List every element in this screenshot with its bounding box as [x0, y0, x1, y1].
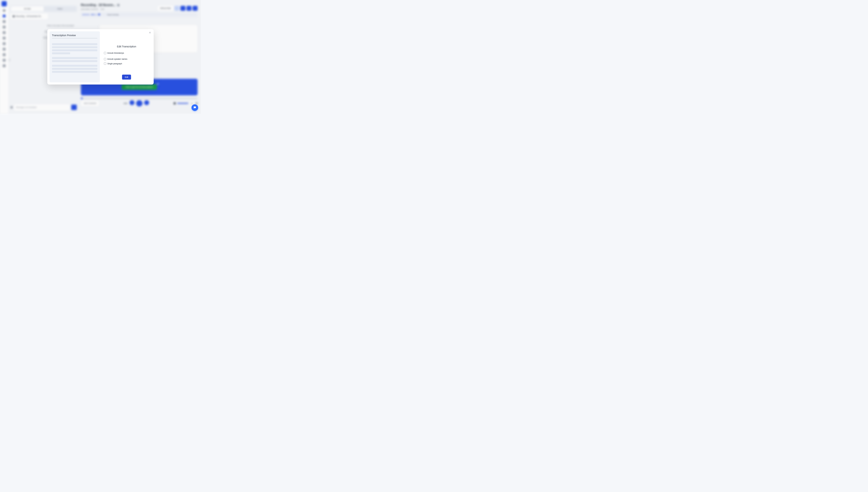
skeleton-paragraph [52, 43, 97, 54]
preview-panel: Transcription Preview [49, 31, 100, 82]
checkbox-icon [104, 58, 106, 60]
preview-title: Transcription Preview [52, 34, 97, 38]
skeleton-paragraph [52, 57, 97, 62]
close-button[interactable] [149, 31, 151, 34]
chat-icon [193, 106, 196, 109]
checkbox-icon [104, 52, 106, 54]
modal-overlay[interactable]: Transcription Preview Edi [0, 0, 201, 114]
checkbox-label: Single paragraph [107, 62, 122, 65]
checkbox-timestamps[interactable]: Include timestamps [104, 52, 124, 54]
chat-fab[interactable] [191, 104, 198, 111]
checkbox-speaker-names[interactable]: Include speaker names [104, 58, 127, 60]
checkbox-icon [104, 62, 106, 65]
edit-panel: Edit Transcription Include timestamps In… [102, 31, 151, 82]
close-icon [149, 32, 151, 33]
skeleton-paragraph [52, 65, 97, 73]
edit-title: Edit Transcription [104, 45, 149, 48]
transcription-modal: Transcription Preview Edi [47, 29, 154, 84]
checkbox-label: Include speaker names [107, 58, 127, 60]
edit-button[interactable]: Edit [122, 75, 131, 79]
checkbox-single-paragraph[interactable]: Single paragraph [104, 62, 122, 65]
checkbox-label: Include timestamps [107, 52, 124, 54]
